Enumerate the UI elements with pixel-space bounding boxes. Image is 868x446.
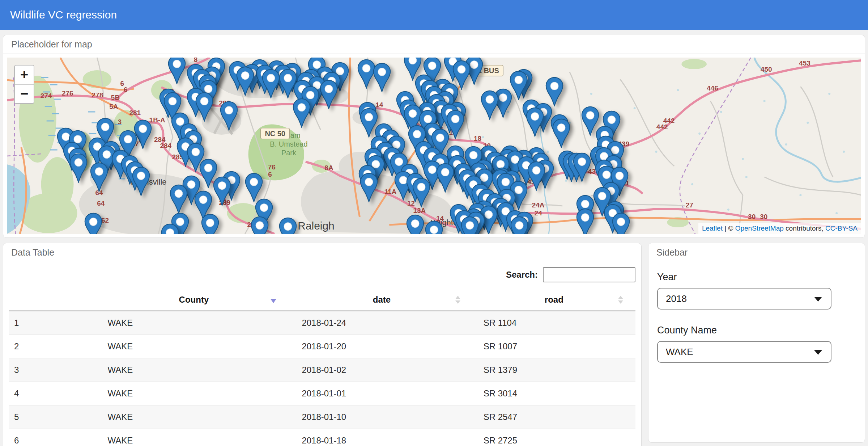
search-label: Search:	[506, 270, 538, 280]
search-row: Search:	[9, 267, 635, 282]
table-row[interactable]: 1WAKE2018-01-24SR 1104	[9, 311, 635, 335]
year-select-value: 2018	[666, 293, 687, 304]
data-table: County date road 1WAKE2018-01-24SR 11042…	[9, 289, 635, 446]
map-marker[interactable]	[84, 213, 102, 234]
table-row[interactable]: 3WAKE2018-01-02SR 1379	[9, 358, 635, 382]
map-marker[interactable]	[245, 173, 263, 202]
row-index-cell: 2	[9, 335, 97, 358]
leaflet-map[interactable]: ✈	[7, 58, 861, 234]
map-marker[interactable]	[373, 63, 391, 92]
map-marker[interactable]	[573, 152, 591, 182]
map-marker[interactable]	[576, 208, 594, 234]
date-cell: 2018-01-18	[291, 429, 472, 446]
sidebar-card: Sidebar Year 2018 County Name WAKE	[648, 243, 865, 443]
map-card-body: ✈	[3, 54, 865, 237]
map-marker[interactable]	[526, 107, 544, 137]
map-marker[interactable]	[293, 98, 311, 128]
map-marker[interactable]	[279, 217, 297, 234]
map-attribution: Leaflet | © OpenStreetMap contributors, …	[698, 223, 861, 234]
map-zoom-control: + −	[14, 65, 34, 104]
map-marker[interactable]	[220, 101, 238, 131]
county-field: County Name WAKE	[657, 325, 856, 363]
date-cell: 2018-01-10	[291, 405, 472, 429]
sidebar-body: Year 2018 County Name WAKE	[648, 262, 865, 372]
zoom-in-button[interactable]: +	[15, 66, 34, 84]
row-index-cell: 1	[9, 311, 97, 335]
attribution-contributors: contributors,	[784, 224, 825, 232]
map-marker[interactable]	[69, 153, 88, 183]
data-table-body: Search: County date road 1WAKE2018-01-24…	[3, 262, 641, 446]
map-marker[interactable]	[132, 167, 150, 196]
map-marker[interactable]	[168, 58, 186, 84]
county-cell: WAKE	[97, 335, 291, 358]
column-header-date[interactable]: date	[291, 289, 472, 311]
map-marker[interactable]	[360, 173, 378, 202]
map-marker[interactable]	[425, 220, 443, 234]
map-marker[interactable]	[170, 184, 188, 214]
table-row[interactable]: 2WAKE2018-01-20SR 1007	[9, 335, 635, 358]
map-marker[interactable]	[545, 77, 563, 106]
column-header-index	[9, 289, 97, 311]
map-marker[interactable]	[236, 66, 254, 96]
date-cell: 2018-01-24	[291, 311, 472, 335]
map-marker[interactable]	[213, 176, 231, 206]
map-marker[interactable]	[262, 69, 280, 98]
county-select[interactable]: WAKE	[657, 341, 831, 363]
table-header-row: County date road	[9, 289, 635, 311]
table-row[interactable]: 5WAKE2018-01-10SR 2547	[9, 405, 635, 429]
date-cell: 2018-01-01	[291, 382, 472, 405]
map-marker[interactable]	[406, 214, 424, 234]
map-marker[interactable]	[552, 118, 570, 148]
map-marker[interactable]	[612, 213, 630, 234]
year-select[interactable]: 2018	[657, 288, 831, 310]
chevron-down-icon	[814, 297, 822, 302]
map-card-header: Placeholder for map	[3, 35, 865, 54]
date-cell: 2018-01-20	[291, 335, 472, 358]
openstreetmap-link[interactable]: OpenStreetMap	[735, 224, 784, 232]
map-marker[interactable]	[446, 110, 464, 139]
column-header-road[interactable]: road	[473, 289, 635, 311]
column-header-county[interactable]: County	[97, 289, 291, 311]
map-marker[interactable]	[195, 92, 213, 122]
map-marker[interactable]	[90, 162, 108, 192]
table-row[interactable]: 4WAKE2018-01-01SR 3014	[9, 382, 635, 405]
map-marker[interactable]	[436, 163, 454, 193]
map-marker[interactable]	[481, 90, 499, 120]
row-index-cell: 4	[9, 382, 97, 405]
attribution-separator: | ©	[723, 224, 735, 232]
map-marker[interactable]	[251, 216, 269, 234]
search-input[interactable]	[543, 267, 635, 282]
map-marker[interactable]	[201, 214, 219, 234]
county-cell: WAKE	[97, 382, 291, 405]
map-marker[interactable]	[320, 80, 338, 109]
road-cell: SR 2547	[473, 405, 635, 429]
sidebar-title: Sidebar	[656, 247, 688, 258]
map-marker[interactable]	[510, 71, 528, 100]
data-table-card: Data Table Search: County date road	[3, 243, 642, 446]
road-cell: SR 3014	[473, 382, 635, 405]
map-marker[interactable]	[412, 178, 430, 207]
road-cell: SR 1379	[473, 358, 635, 382]
map-marker[interactable]	[461, 216, 479, 234]
license-link[interactable]: CC-BY-SA	[825, 224, 858, 232]
bottom-row: Data Table Search: County date road	[3, 243, 865, 446]
data-table-title: Data Table	[11, 247, 54, 258]
table-row[interactable]: 6WAKE2018-01-18SR 2725	[9, 429, 635, 446]
app-title: Wildlife VC regression	[10, 9, 117, 21]
map-marker[interactable]	[527, 161, 545, 191]
county-label: County Name	[657, 325, 856, 336]
chevron-down-icon	[814, 350, 822, 355]
year-label: Year	[657, 272, 856, 283]
county-cell: WAKE	[97, 311, 291, 335]
road-cell: SR 1104	[473, 311, 635, 335]
date-cell: 2018-01-02	[291, 358, 472, 382]
data-table-card-header: Data Table	[3, 243, 641, 262]
zoom-out-button[interactable]: −	[15, 84, 34, 103]
county-select-value: WAKE	[666, 346, 693, 358]
leaflet-link[interactable]: Leaflet	[702, 224, 723, 232]
county-cell: WAKE	[97, 429, 291, 446]
county-cell: WAKE	[97, 405, 291, 429]
map-marker-layer	[7, 58, 861, 234]
map-marker[interactable]	[510, 216, 528, 234]
map-marker[interactable]	[161, 223, 179, 234]
